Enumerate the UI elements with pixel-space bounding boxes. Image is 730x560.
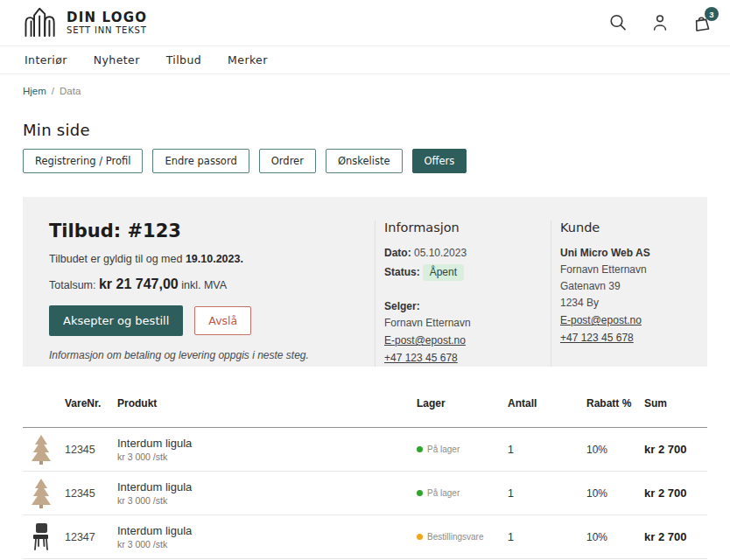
header-rabatt: Rabatt % <box>586 397 644 410</box>
customer-city: 1234 By <box>560 295 681 312</box>
cart-icon[interactable]: 3 <box>691 12 712 33</box>
header-sum: Sum <box>644 397 707 410</box>
decline-button[interactable]: Avslå <box>194 306 251 335</box>
logo-title: DIN LOGO <box>67 10 147 25</box>
table-row: 12345 Interdum ligula kr 3 000 /stk På l… <box>23 472 707 515</box>
header-antall: Antall <box>508 397 586 410</box>
offer-validity-date: 19.10.2023. <box>186 253 243 265</box>
seller-phone-link[interactable]: +47 123 45 678 <box>384 350 458 367</box>
tab-onskeliste[interactable]: Ønskeliste <box>326 149 403 173</box>
tree-product-icon <box>23 434 65 466</box>
customer-company: Uni Micro Web AS <box>560 247 650 259</box>
date-value: 05.10.2023 <box>411 247 467 259</box>
offer-note: Informasjon om betaling og levering oppg… <box>49 349 375 361</box>
offer-title: Tilbud: #123 <box>49 220 375 242</box>
offer-validity-text: Tilbudet er gyldig til og med <box>49 253 186 265</box>
breadcrumb-home-link[interactable]: Hjem <box>23 86 46 96</box>
tab-endre-passord[interactable]: Endre passord <box>152 149 249 173</box>
offer-total-label: Totalsum: <box>49 279 99 291</box>
offer-status: Status:Åpent <box>384 264 551 281</box>
seller-email-link[interactable]: E-post@epost.no <box>384 332 466 349</box>
customer-name: Fornavn Etternavn <box>560 262 681 278</box>
seller-label: Selger: <box>384 300 420 312</box>
offer-items-table: VareNr. Produkt Lager Antall Rabatt % Su… <box>23 397 707 559</box>
stock-status: På lager <box>417 444 508 454</box>
line-sum: kr 2 700 <box>644 443 707 456</box>
nav-item-merker[interactable]: Merker <box>228 53 268 66</box>
discount: 10% <box>586 487 644 500</box>
main-nav: Interiør Nyheter Tilbud Merker <box>0 46 730 74</box>
offer-validity: Tilbudet er gyldig til og med 19.10.2023… <box>49 253 375 265</box>
product-price: kr 3 000 /stk <box>117 452 417 462</box>
information-heading: Informasjon <box>384 220 551 234</box>
product-price: kr 3 000 /stk <box>117 539 417 550</box>
discount: 10% <box>586 531 644 543</box>
product-name: Interdum ligula <box>117 524 417 537</box>
search-icon[interactable] <box>607 12 628 33</box>
logo-subtitle: SETT INN TEKST <box>67 25 147 35</box>
tab-ordrer[interactable]: Ordrer <box>259 149 316 173</box>
status-label: Status: <box>384 266 420 278</box>
product-price: kr 3 000 /stk <box>117 495 417 506</box>
product-name: Interdum ligula <box>117 437 417 450</box>
stock-label: Bestillingsvare <box>427 532 483 542</box>
header-produkt: Produkt <box>117 397 417 410</box>
stock-label: På lager <box>427 444 460 454</box>
customer-street: Gatenavn 39 <box>560 278 681 295</box>
customer-email-link[interactable]: E-post@epost.no <box>560 312 642 329</box>
logo[interactable]: DIN LOGO SETT INN TEKST <box>23 5 147 41</box>
seller-name: Fornavn Etternavn <box>384 315 551 332</box>
discount: 10% <box>586 444 644 456</box>
breadcrumb-separator: / <box>52 86 54 96</box>
offer-customer-section: Kunde Uni Micro Web AS Fornavn Etternavn… <box>551 220 681 367</box>
in-stock-dot-icon <box>417 446 423 452</box>
page-title: Min side <box>23 121 707 139</box>
stock-status: På lager <box>417 488 508 498</box>
item-number: 12345 <box>65 487 117 500</box>
account-tabs: Registrering / Profil Endre passord Ordr… <box>23 149 707 173</box>
tab-registrering-profil[interactable]: Registrering / Profil <box>23 149 143 173</box>
breadcrumb: Hjem / Data <box>0 74 730 96</box>
offer-date: Dato: 05.10.2023 <box>384 245 551 262</box>
chair-product-icon <box>23 522 65 552</box>
nav-item-nyheter[interactable]: Nyheter <box>94 53 140 66</box>
item-number: 12345 <box>65 444 117 456</box>
header-lager: Lager <box>417 397 508 410</box>
accept-order-button[interactable]: Aksepter og bestill <box>49 305 183 336</box>
status-badge: Åpent <box>423 264 464 281</box>
user-icon[interactable] <box>649 12 670 33</box>
stock-status: Bestillingsvare <box>417 532 508 542</box>
logo-buildings-icon <box>23 5 58 41</box>
header-varenr: VareNr. <box>65 397 117 410</box>
quantity: 1 <box>508 444 586 456</box>
customer-heading: Kunde <box>560 220 681 234</box>
quantity: 1 <box>508 531 586 543</box>
offer-information-section: Informasjon Dato: 05.10.2023 Status:Åpen… <box>375 220 551 367</box>
table-header-row: VareNr. Produkt Lager Antall Rabatt % Su… <box>23 397 707 428</box>
order-item-dot-icon <box>417 534 423 540</box>
item-number: 12347 <box>65 531 117 543</box>
product-name: Interdum ligula <box>117 480 417 494</box>
quantity: 1 <box>508 487 586 500</box>
stock-label: På lager <box>427 488 460 498</box>
in-stock-dot-icon <box>417 490 423 496</box>
header: DIN LOGO SETT INN TEKST 3 <box>0 0 730 46</box>
date-label: Dato: <box>384 247 411 259</box>
tree-product-icon <box>23 478 65 509</box>
breadcrumb-current: Data <box>60 86 81 96</box>
line-sum: kr 2 700 <box>644 530 707 543</box>
nav-item-interior[interactable]: Interiør <box>25 53 67 66</box>
customer-phone-link[interactable]: +47 123 45 678 <box>560 330 634 346</box>
table-row: 12347 Interdum ligula kr 3 000 /stk Best… <box>23 515 707 559</box>
offer-total: Totalsum: kr 21 747,00 inkl. MVA <box>49 276 375 292</box>
table-row: 12345 Interdum ligula kr 3 000 /stk På l… <box>23 428 707 472</box>
cart-count-badge: 3 <box>705 7 719 21</box>
offer-total-suffix: inkl. MVA <box>179 279 227 291</box>
nav-item-tilbud[interactable]: Tilbud <box>166 53 201 66</box>
tab-offers[interactable]: Offers <box>412 149 467 173</box>
offer-total-amount: kr 21 747,00 <box>99 276 179 291</box>
offer-panel: Tilbud: #123 Tilbudet er gyldig til og m… <box>23 197 707 367</box>
line-sum: kr 2 700 <box>644 486 707 500</box>
